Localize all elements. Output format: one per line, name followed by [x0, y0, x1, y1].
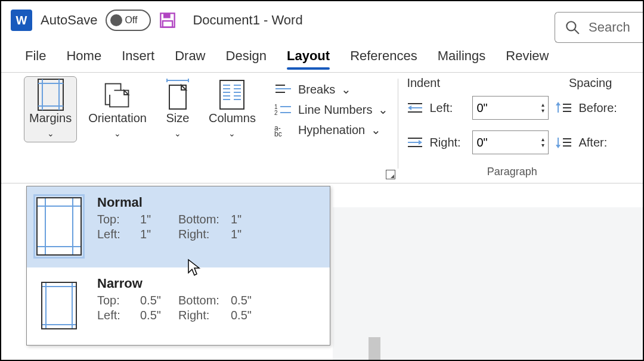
svg-line-4 — [574, 29, 579, 34]
indent-right-value[interactable] — [476, 136, 518, 150]
breaks-button[interactable]: Breaks ⌄ — [271, 80, 392, 99]
tab-design[interactable]: Design — [226, 43, 267, 69]
line-numbers-label: Line Numbers — [298, 103, 373, 117]
svg-point-3 — [566, 21, 575, 30]
paragraph-caption: Paragraph — [407, 163, 617, 181]
spacing-before-icon — [555, 101, 572, 115]
margin-narrow-icon — [41, 282, 77, 329]
svg-marker-46 — [419, 140, 422, 145]
tab-layout[interactable]: Layout — [287, 43, 330, 69]
indent-header: Indent — [407, 76, 440, 90]
page-edge — [369, 337, 380, 361]
svg-marker-49 — [556, 145, 561, 148]
chevron-down-icon: ⌄ — [341, 82, 351, 97]
search-icon — [565, 20, 580, 35]
line-numbers-icon: 12 — [274, 102, 292, 117]
size-label: Size — [166, 111, 190, 125]
chevron-down-icon: ⌄ — [228, 129, 236, 138]
chevron-down-icon: ⌄ — [114, 129, 121, 138]
svg-text:bc: bc — [274, 130, 282, 136]
margin-normal-icon — [36, 197, 82, 256]
save-icon[interactable] — [159, 12, 176, 29]
spacing-after-label: After: — [578, 136, 607, 150]
autosave-state: Off — [125, 15, 137, 26]
margins-button[interactable]: Margins ⌄ — [24, 76, 77, 142]
tab-review[interactable]: Review — [506, 43, 549, 69]
indent-left-label: Left: — [429, 101, 466, 115]
margins-icon — [36, 80, 65, 109]
tab-home[interactable]: Home — [66, 43, 101, 69]
columns-button[interactable]: Columns ⌄ — [203, 76, 261, 142]
columns-label: Columns — [209, 111, 256, 125]
title-bar: W AutoSave Off Document1 - Word Search — [1, 1, 643, 39]
orientation-label: Orientation — [88, 111, 147, 125]
orientation-button[interactable]: Orientation ⌄ — [83, 76, 152, 142]
tab-references[interactable]: References — [350, 43, 417, 69]
spacing-header: Spacing — [569, 76, 612, 90]
group-page-setup: Margins ⌄ Orientation ⌄ Size ⌄ — [1, 73, 398, 183]
margins-dropdown: Normal Top:1" Bottom:1" Left:1" Right:1"… — [26, 186, 330, 346]
indent-right-input[interactable]: ▴▾ — [472, 130, 549, 154]
chevron-down-icon: ⌄ — [174, 129, 181, 138]
hyphenation-label: Hyphenation — [298, 123, 365, 137]
page-setup-launcher[interactable] — [386, 170, 395, 179]
columns-icon — [218, 80, 246, 109]
breaks-label: Breaks — [298, 83, 335, 97]
line-numbers-button[interactable]: 12 Line Numbers ⌄ — [271, 100, 392, 119]
spacing-after-icon — [555, 135, 572, 150]
margin-normal-name: Normal — [97, 195, 323, 210]
size-button[interactable]: Size ⌄ — [158, 76, 197, 142]
word-app-icon: W — [11, 10, 32, 31]
autosave-toggle[interactable]: Off — [106, 10, 151, 31]
tab-insert[interactable]: Insert — [122, 43, 154, 69]
toggle-knob-icon — [110, 14, 122, 26]
size-icon — [163, 80, 192, 109]
document-title: Document1 - Word — [193, 13, 302, 28]
svg-text:2: 2 — [274, 110, 278, 116]
svg-marker-39 — [556, 102, 561, 105]
search-placeholder: Search — [589, 20, 630, 35]
group-paragraph: Indent Spacing Left: ▴▾ Before: Right: ▴… — [398, 73, 625, 183]
breaks-icon — [274, 82, 292, 97]
spacing-before-label: Before: — [578, 101, 617, 115]
hyphenation-button[interactable]: a-bc Hyphenation ⌄ — [271, 120, 392, 139]
autosave-label: AutoSave — [41, 13, 97, 28]
indent-left-icon — [407, 101, 423, 114]
hyphenation-icon: a-bc — [274, 123, 292, 137]
chevron-down-icon: ⌄ — [47, 129, 54, 138]
indent-left-value[interactable] — [476, 101, 518, 115]
indent-left-input[interactable]: ▴▾ — [472, 96, 549, 120]
chevron-down-icon: ⌄ — [371, 123, 381, 137]
document-area[interactable] — [333, 207, 643, 360]
spinner-arrows-icon[interactable]: ▴▾ — [541, 102, 544, 114]
margin-option-normal[interactable]: Normal Top:1" Bottom:1" Left:1" Right:1" — [27, 186, 330, 267]
margin-narrow-name: Narrow — [97, 276, 323, 291]
spinner-arrows-icon[interactable]: ▴▾ — [541, 136, 544, 148]
margins-label: Margins — [29, 111, 72, 125]
ribbon: Margins ⌄ Orientation ⌄ Size ⌄ — [1, 73, 643, 183]
orientation-icon — [103, 80, 132, 109]
margin-option-narrow[interactable]: Narrow Top:0.5" Bottom:0.5" Left:0.5" Ri… — [27, 267, 330, 345]
tab-draw[interactable]: Draw — [175, 43, 205, 69]
tab-mailings[interactable]: Mailings — [438, 43, 486, 69]
tab-file[interactable]: File — [25, 43, 46, 69]
ribbon-tabs: File Home Insert Draw Design Layout Refe… — [1, 39, 643, 73]
indent-right-label: Right: — [429, 136, 466, 150]
svg-rect-1 — [163, 13, 171, 18]
chevron-down-icon: ⌄ — [378, 102, 388, 117]
svg-rect-2 — [163, 21, 172, 27]
svg-marker-36 — [408, 105, 411, 110]
indent-right-icon — [407, 136, 423, 149]
search-box[interactable]: Search — [555, 12, 643, 43]
